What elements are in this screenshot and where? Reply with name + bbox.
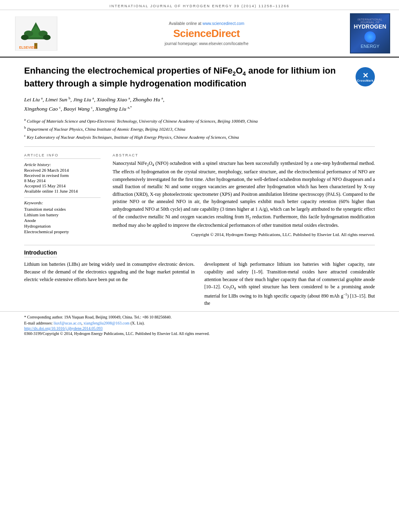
- introduction-section: Introduction Lithium ion batteries (LIBs…: [0, 249, 399, 307]
- journal-homepage-link[interactable]: www.elsevier.com/locate/he: [199, 41, 249, 46]
- intro-right-text: development of high performance lithium …: [204, 261, 375, 307]
- abstract-heading: ABSTRACT: [113, 153, 375, 157]
- intro-right-column: development of high performance lithium …: [204, 249, 375, 307]
- revised-date: 8 May 2014: [24, 178, 101, 183]
- affiliation-a: a College of Materials Science and Opto-…: [24, 117, 375, 124]
- affiliation-c: c Key Laboratory of Nuclear Analysis Tec…: [24, 133, 375, 140]
- keyword-3: Anode: [24, 218, 101, 223]
- intro-left-column: Introduction Lithium ion batteries (LIBs…: [24, 249, 195, 307]
- svg-point-7: [43, 35, 51, 40]
- sciencedirect-logo: ScienceDirect: [173, 27, 240, 40]
- journal-homepage-text: journal homepage: www.elsevier.com/locat…: [165, 41, 248, 46]
- footer-corresponding-note: * Corresponding author. 19A Yuquan Road,…: [24, 314, 375, 320]
- badge-energy-text: ENERGY: [361, 44, 379, 49]
- article-info-abstract-section: ARTICLE INFO Article history: Received 2…: [0, 149, 399, 241]
- affiliations-section: a College of Materials Science and Opto-…: [0, 116, 399, 144]
- article-title: Enhancing the electrochemical properties…: [24, 65, 352, 90]
- title-section: Enhancing the electrochemical properties…: [0, 58, 399, 94]
- intro-left-text: Lithium ion batteries (LIBs) are being w…: [24, 261, 195, 283]
- authors-section: Lei Liu a, Limei Sun b, Jing Liu a, Xiao…: [0, 94, 399, 116]
- header-center-area: Available online at www.sciencedirect.co…: [67, 13, 346, 53]
- abstract-copyright: Copyright © 2014, Hydrogen Energy Public…: [113, 232, 375, 237]
- hydrogen-energy-badge: INTERNATIONAL JOURNAL OF HYDROGEN ENERGY: [350, 13, 390, 53]
- elsevier-tree-icon: ELSEVIER: [14, 16, 58, 51]
- crossmark-badge[interactable]: ✕ CrossMark: [356, 67, 375, 86]
- available-online-text: Available online at www.sciencedirect.co…: [169, 21, 245, 26]
- journal-name-text: INTERNATIONAL JOURNAL OF HYDROGEN ENERGY…: [109, 4, 290, 8]
- available-date: Available online 11 June 2014: [24, 189, 101, 193]
- footer-copyright: 0360-3199/Copyright © 2014, Hydrogen Ene…: [24, 331, 375, 336]
- body-divider: [24, 245, 375, 245]
- email-link-1[interactable]: liuxf@ucas.ac.cn: [53, 321, 81, 325]
- crossmark-label: CrossMark: [357, 79, 374, 82]
- article-title-area: Enhancing the electrochemical properties…: [24, 65, 352, 90]
- keyword-1: Transition metal oxides: [24, 207, 101, 212]
- abstract-text: Nanocrystal NiFe2O4 (NFO) octahedron wit…: [113, 160, 375, 229]
- abstract-column: ABSTRACT Nanocrystal NiFe2O4 (NFO) octah…: [113, 153, 375, 237]
- revised-label: Received in revised form: [24, 173, 101, 178]
- header-divider: [24, 146, 375, 147]
- badge-circle-icon: [364, 31, 376, 43]
- svg-text:ELSEVIER: ELSEVIER: [19, 45, 36, 49]
- keyword-4: Hydrogenation: [24, 224, 101, 228]
- article-history-group: Article history: Received 26 March 2014 …: [24, 162, 101, 193]
- journal-banner: INTERNATIONAL JOURNAL OF HYDROGEN ENERGY…: [0, 0, 399, 10]
- doi-link[interactable]: http://dx.doi.org/10.1016/j.ijhydene.201…: [24, 326, 103, 331]
- sciencedirect-url-link[interactable]: www.sciencedirect.com: [202, 21, 244, 26]
- elsevier-logo: ELSEVIER: [14, 16, 58, 51]
- keyword-2: Lithium ion battery: [24, 212, 101, 217]
- received-date: Received 26 March 2014: [24, 168, 101, 173]
- badge-intl-text: INTERNATIONAL JOURNAL OF: [352, 18, 388, 24]
- crossmark-circle[interactable]: ✕ CrossMark: [356, 67, 375, 86]
- affiliation-b: b Department of Nuclear Physics, China I…: [24, 125, 375, 132]
- article-info-column: ARTICLE INFO Article history: Received 2…: [24, 153, 101, 237]
- footer-section: * Corresponding author. 19A Yuquan Road,…: [0, 311, 399, 337]
- keywords-heading: Keywords:: [24, 197, 101, 205]
- history-label: Article history:: [24, 162, 101, 167]
- authors-line: Lei Liu a, Limei Sun b, Jing Liu a, Xiao…: [24, 95, 375, 113]
- badge-hydrogen-text: HYDROGEN: [354, 24, 387, 30]
- svg-point-6: [21, 35, 29, 40]
- footer-doi[interactable]: http://dx.doi.org/10.1016/j.ijhydene.201…: [24, 326, 375, 331]
- accepted-date: Accepted 15 May 2014: [24, 183, 101, 188]
- email-link-2[interactable]: xiangfengliu2008@163.com: [84, 321, 130, 325]
- elsevier-logo-area: ELSEVIER: [5, 13, 67, 53]
- hydrogen-energy-badge-area: INTERNATIONAL JOURNAL OF HYDROGEN ENERGY: [346, 13, 394, 53]
- crossmark-cross-icon: ✕: [362, 72, 368, 79]
- introduction-title: Introduction: [24, 249, 195, 261]
- header-area: ELSEVIER Available online at www.science…: [0, 10, 399, 58]
- article-info-heading: ARTICLE INFO: [24, 153, 101, 159]
- keyword-5: Electrochemical property: [24, 229, 101, 234]
- footer-email-line: E-mail addresses: liuxf@ucas.ac.cn, xian…: [24, 320, 375, 326]
